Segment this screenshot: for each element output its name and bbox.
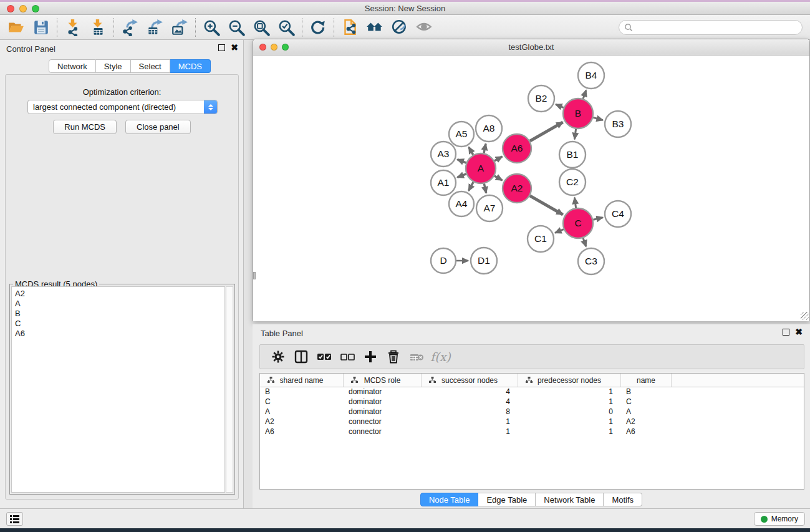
float-table-panel-icon[interactable] [783, 329, 789, 336]
show-graphics-details-button[interactable] [412, 17, 437, 38]
network-window-titlebar[interactable]: testGlobe.txt [253, 39, 809, 56]
import-network-button[interactable] [60, 17, 85, 38]
mcds-result-list[interactable]: A2ABCA6 [11, 286, 225, 493]
close-panel-icon[interactable]: ✖ [231, 44, 238, 51]
export-image-button[interactable] [167, 17, 192, 38]
zoom-out-button[interactable] [224, 17, 249, 38]
tab-motifs[interactable]: Motifs [604, 493, 642, 506]
zoom-in-button[interactable] [199, 17, 224, 38]
graph-node-B1[interactable]: B1 [559, 142, 586, 168]
tab-network[interactable]: Network [49, 59, 96, 73]
import-table-button[interactable] [85, 17, 110, 38]
graph-node-C4[interactable]: C4 [605, 201, 631, 227]
optimization-criterion-select[interactable]: largest connected component (directed) [27, 100, 218, 114]
graph-node-A8[interactable]: A8 [476, 115, 502, 142]
home-button[interactable] [362, 17, 387, 38]
float-panel-icon[interactable] [218, 44, 225, 51]
select-all-checkboxes-button[interactable] [312, 347, 335, 367]
network-file-button[interactable] [337, 17, 362, 38]
graph-edge-A-A3[interactable] [457, 160, 466, 163]
graph-node-A1[interactable]: A1 [431, 170, 456, 195]
graph-edge-C-C4[interactable] [593, 218, 602, 220]
column-header-predecessor-nodes[interactable]: predecessor nodes [518, 374, 621, 387]
task-history-button[interactable] [6, 512, 23, 526]
graph-node-A[interactable]: A [466, 153, 496, 183]
hide-graphics-details-button[interactable] [387, 17, 412, 38]
column-header-successor-nodes[interactable]: successor nodes [422, 374, 518, 387]
network-minimize-button[interactable] [271, 44, 277, 51]
splitter-handle[interactable] [253, 272, 256, 279]
graph-edge-A-A4[interactable] [468, 182, 473, 191]
graph-edge-A2-C[interactable] [530, 196, 563, 215]
graph-node-A6[interactable]: A6 [503, 134, 531, 163]
graph-edge-B-B4[interactable] [583, 90, 586, 99]
deselect-all-checkboxes-button[interactable] [335, 347, 359, 367]
graph-edge-A-A5[interactable] [469, 147, 473, 155]
zoom-fit-button[interactable] [249, 17, 274, 38]
window-resize-grip[interactable] [801, 312, 809, 320]
graph-node-C1[interactable]: C1 [528, 226, 554, 252]
graph-edge-A-A7[interactable] [484, 183, 486, 193]
table-row[interactable]: Adominator80A [260, 407, 804, 417]
graph-node-C2[interactable]: C2 [559, 169, 586, 195]
graph-node-C[interactable]: C [563, 208, 593, 238]
graph-node-A7[interactable]: A7 [476, 195, 503, 221]
tab-style[interactable]: Style [96, 59, 131, 73]
result-item[interactable]: A [15, 299, 224, 309]
save-session-button[interactable] [29, 17, 54, 38]
graph-edge-C-C2[interactable] [574, 198, 576, 208]
graph-node-D1[interactable]: D1 [471, 248, 497, 274]
table-row[interactable]: Cdominator41C [260, 397, 804, 407]
network-zoom-button[interactable] [282, 44, 289, 51]
graph-edge-A6-B[interactable] [530, 122, 563, 141]
table-row[interactable]: A6connector11A6 [260, 427, 804, 437]
function-builder-button[interactable]: f(x) [428, 347, 451, 367]
tab-mcds[interactable]: MCDS [170, 59, 211, 73]
tab-network-table[interactable]: Network Table [536, 493, 604, 506]
graph-node-D[interactable]: D [431, 248, 456, 273]
graph-node-A2[interactable]: A2 [503, 174, 531, 203]
graph-node-B2[interactable]: B2 [528, 85, 554, 112]
graph-edge-A-A2[interactable] [494, 176, 502, 180]
search-field[interactable] [619, 20, 803, 35]
result-item[interactable]: B [15, 309, 224, 319]
export-network-button[interactable] [117, 17, 142, 38]
zoom-selected-button[interactable] [274, 17, 299, 38]
settings-gear-button[interactable] [266, 347, 289, 367]
minimize-window-button[interactable] [19, 5, 27, 12]
graph-edge-A-A8[interactable] [484, 143, 486, 153]
graph-edge-C-C1[interactable] [555, 230, 564, 233]
columns-button[interactable] [289, 347, 312, 367]
graph-edge-B-B2[interactable] [556, 104, 564, 107]
column-header-name[interactable]: name [621, 374, 672, 387]
tab-select[interactable]: Select [131, 59, 170, 73]
close-window-button[interactable] [7, 5, 14, 12]
graph-node-A4[interactable]: A4 [449, 191, 474, 216]
delete-row-button[interactable] [382, 347, 405, 367]
graph-node-A3[interactable]: A3 [431, 142, 456, 167]
search-input[interactable] [633, 23, 797, 32]
result-item[interactable]: A6 [15, 329, 224, 339]
close-panel-button[interactable]: Close panel [125, 120, 191, 134]
close-table-panel-icon[interactable]: ✖ [795, 329, 803, 336]
graph-node-B[interactable]: B [563, 99, 593, 128]
graph-edge-B-B1[interactable] [574, 129, 576, 139]
table-row[interactable]: Bdominator41B [260, 387, 804, 397]
delete-table-button[interactable] [405, 347, 428, 367]
result-item[interactable]: A2 [15, 289, 224, 299]
run-mcds-button[interactable]: Run MCDS [53, 120, 117, 134]
graph-edge-A-A6[interactable] [494, 157, 502, 161]
graph-node-A5[interactable]: A5 [449, 122, 474, 147]
tab-node-table[interactable]: Node Table [420, 493, 479, 506]
add-row-button[interactable] [359, 347, 382, 367]
column-header-MCDS-role[interactable]: MCDS role [344, 374, 422, 387]
zoom-window-button[interactable] [32, 5, 39, 12]
network-close-button[interactable] [259, 44, 266, 51]
table-row[interactable]: A2connector11A2 [260, 417, 804, 427]
graph-node-B3[interactable]: B3 [605, 111, 631, 137]
graph-node-C3[interactable]: C3 [578, 248, 604, 274]
graph-edge-A-A1[interactable] [457, 174, 466, 177]
refresh-button[interactable] [306, 17, 330, 38]
result-scrollbar[interactable] [226, 286, 233, 493]
network-canvas[interactable]: B4B2BB3A8A5A6A3B1AA1C2A2A4A7C4CC1C3DD1 [253, 56, 809, 321]
